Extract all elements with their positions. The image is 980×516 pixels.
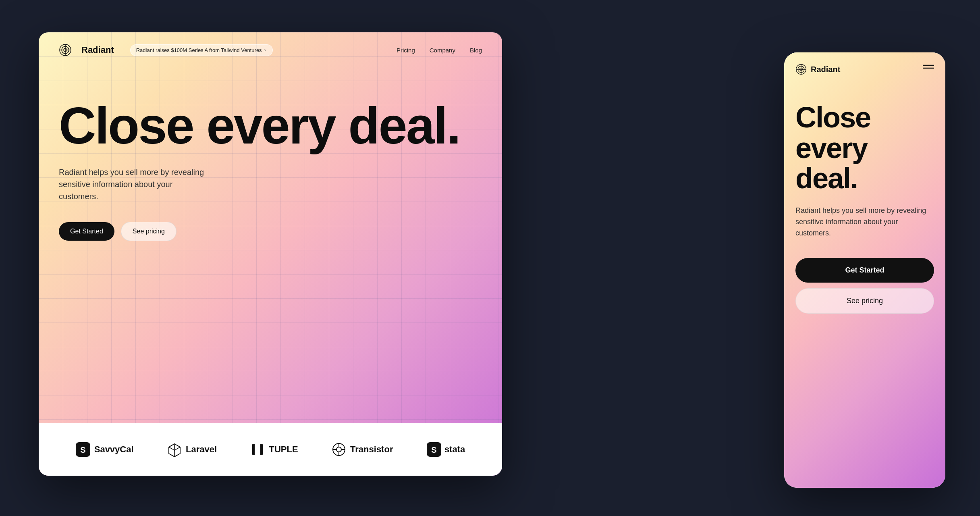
- laravel-label: Laravel: [186, 444, 217, 455]
- scene: Radiant Radiant raises $100M Series A fr…: [27, 20, 953, 496]
- hamburger-icon[interactable]: [923, 64, 934, 75]
- nav-link-company[interactable]: Company: [430, 47, 455, 54]
- desktop-nav: Radiant Radiant raises $100M Series A fr…: [39, 32, 502, 68]
- laravel-icon: [167, 442, 182, 457]
- mobile-buttons: Get Started See pricing: [784, 258, 945, 314]
- nav-right: Pricing Company Blog: [397, 47, 482, 54]
- stata-label: stata: [444, 444, 465, 455]
- tuple-label: TUPLE: [269, 444, 298, 455]
- desktop-hero: Close every deal. Radiant helps you sell…: [39, 68, 502, 241]
- mobile-see-pricing-button[interactable]: See pricing: [795, 288, 934, 314]
- svg-point-10: [336, 447, 341, 452]
- mobile-mockup: Radiant Closeeverydeal. Radiant helps yo…: [784, 52, 945, 488]
- mobile-subtext: Radiant helps you sell more by revealing…: [795, 205, 934, 239]
- desktop-logo-mark: [59, 44, 72, 56]
- desktop-mockup: Radiant Radiant raises $100M Series A fr…: [39, 32, 502, 476]
- savvycal-icon: S: [76, 442, 90, 457]
- logo-laravel: Laravel: [167, 442, 217, 457]
- desktop-get-started-button[interactable]: Get Started: [59, 222, 114, 241]
- savvycal-label: SavvyCal: [94, 444, 134, 455]
- mobile-headline: Closeeverydeal.: [795, 102, 934, 194]
- mobile-inner: Radiant Closeeverydeal. Radiant helps yo…: [784, 52, 945, 488]
- desktop-hero-buttons: Get Started See pricing: [59, 222, 482, 241]
- svg-text:S: S: [431, 445, 436, 454]
- desktop-inner: Radiant Radiant raises $100M Series A fr…: [39, 32, 502, 476]
- svg-text:S: S: [80, 445, 85, 454]
- svg-rect-8: [255, 444, 260, 455]
- stata-icon: S: [427, 442, 441, 457]
- logos-bar: S SavvyCal Laravel: [39, 423, 502, 476]
- transistor-label: Transistor: [350, 444, 393, 455]
- mobile-hero: Closeeverydeal. Radiant helps you sell m…: [784, 86, 945, 239]
- logo-tuple: TUPLE: [251, 442, 298, 457]
- mobile-get-started-button[interactable]: Get Started: [795, 258, 934, 283]
- logo-stata: S stata: [427, 442, 465, 457]
- mobile-nav: Radiant: [784, 52, 945, 86]
- desktop-logo-text: Radiant: [81, 45, 114, 55]
- desktop-see-pricing-button[interactable]: See pricing: [121, 222, 176, 241]
- announcement-text: Radiant raises $100M Series A from Tailw…: [136, 47, 262, 53]
- logo-savvycal: S SavvyCal: [76, 442, 134, 457]
- nav-link-blog[interactable]: Blog: [470, 47, 482, 54]
- transistor-icon: [332, 442, 346, 457]
- nav-link-pricing[interactable]: Pricing: [397, 47, 415, 54]
- mobile-logo-text: Radiant: [811, 65, 840, 74]
- desktop-subtext: Radiant helps you sell more by revealing…: [59, 166, 212, 202]
- logo-transistor: Transistor: [332, 442, 393, 457]
- desktop-headline: Close every deal.: [59, 100, 482, 152]
- announcement-arrow: ›: [264, 47, 266, 53]
- mobile-logo-mark: [795, 64, 807, 75]
- announcement-pill[interactable]: Radiant raises $100M Series A from Tailw…: [130, 44, 273, 56]
- tuple-icon: [251, 442, 265, 457]
